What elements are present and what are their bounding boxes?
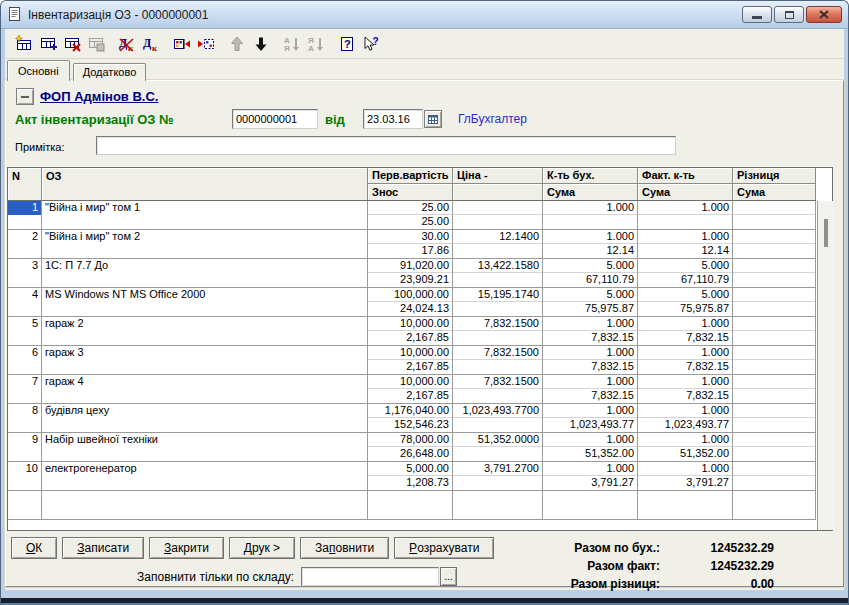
- table-row[interactable]: 5 гараж 2 10,000.002,167.85 7,832.1500 1…: [8, 317, 816, 346]
- table-row[interactable]: 1 "Війна і мир" том 1 25.0025.00 1.000 1…: [8, 201, 816, 230]
- save-row-button: [84, 33, 108, 56]
- cell-kt-bukh: 1.0007,832.15: [543, 346, 638, 374]
- cell-riznytsia: [733, 375, 816, 403]
- cell-asset-name: 1С: П 7.7 До: [42, 259, 368, 287]
- cell-perv-vartist: 10,000.002,167.85: [368, 317, 453, 345]
- cell-kt-bukh: 1.000: [543, 201, 638, 229]
- calendar-button[interactable]: [424, 110, 442, 128]
- help-button[interactable]: ?: [335, 33, 359, 56]
- cell-riznytsia: [733, 230, 816, 258]
- dash-icon: [21, 96, 29, 98]
- cell-asset-name: будівля цеху: [42, 404, 368, 432]
- select-position-icon: [197, 35, 215, 53]
- close-form-button[interactable]: Закрити: [149, 537, 224, 559]
- document-icon: [7, 6, 22, 24]
- totals-block: Разом по бух.: 1245232.29 Разом факт: 12…: [446, 539, 774, 593]
- cell-perv-vartist: 30.0017.86: [368, 230, 453, 258]
- cell-fakt-kt: 1.00051,352.00: [638, 433, 733, 461]
- cell-asset-name: Набір швейної техніки: [42, 433, 368, 461]
- print-button[interactable]: Друк >: [229, 537, 295, 559]
- fill-button[interactable]: Заповнити: [300, 537, 389, 559]
- table-filler: [8, 520, 816, 530]
- accountant-role-link[interactable]: ГлБухгалтер: [458, 112, 527, 126]
- table-row[interactable]: 3 1С: П 7.7 До 91,020.0023,909.21 13,422…: [8, 259, 816, 288]
- save-button[interactable]: Записати: [62, 537, 144, 559]
- sort-ascending-button: А Я: [280, 33, 304, 56]
- scrollbar-thumb[interactable]: [824, 219, 828, 247]
- goto-position-icon: [173, 35, 191, 53]
- cell-tsina: [453, 201, 543, 229]
- goto-position-button[interactable]: [170, 33, 194, 56]
- dk-off-button[interactable]: Д к: [115, 33, 139, 56]
- select-position-button[interactable]: [194, 33, 218, 56]
- empty-row[interactable]: [8, 491, 816, 520]
- titlebar: Інвентаризація ОЗ - 0000000001: [1, 1, 848, 29]
- cell-asset-name: гараж 2: [42, 317, 368, 345]
- move-down-button[interactable]: [249, 33, 273, 56]
- window-title: Інвентаризація ОЗ - 0000000001: [28, 8, 742, 22]
- table-row[interactable]: 9 Набір швейної техніки 78,000.0026,648.…: [8, 433, 816, 462]
- context-help-button[interactable]: ?: [359, 33, 383, 56]
- tab-osnovni[interactable]: Основні: [7, 60, 70, 81]
- warehouse-input[interactable]: [301, 567, 439, 586]
- cell-row-number: 5: [8, 317, 42, 345]
- action-buttons: ОК Записати Закрити Друк > Заповнити Роз…: [11, 537, 494, 559]
- delete-row-icon: [63, 35, 81, 53]
- vertical-scrollbar[interactable]: [817, 201, 834, 530]
- window-controls: [742, 6, 842, 23]
- client-area: Д к Д к: [5, 29, 844, 590]
- date-input[interactable]: [363, 109, 423, 129]
- org-select-button[interactable]: [16, 88, 34, 105]
- svg-text:Я: Я: [284, 44, 290, 53]
- cell-kt-bukh: 1.00012.14: [543, 230, 638, 258]
- cell-riznytsia: [733, 201, 816, 229]
- column-header-oz: ОЗ: [42, 168, 368, 200]
- cell-tsina: 1,023,493.7700: [453, 404, 543, 432]
- column-header-n: N: [8, 168, 42, 200]
- copy-row-button[interactable]: [36, 33, 60, 56]
- column-header-riznytsia: Різниця Сума: [733, 168, 816, 200]
- toolbar: Д к Д к: [5, 30, 844, 59]
- cell-tsina: 51,352.0000: [453, 433, 543, 461]
- dk-on-icon: Д к: [142, 35, 160, 53]
- minimize-icon: [752, 16, 762, 19]
- table-row[interactable]: 2 "Війна і мир" том 2 30.0017.86 12.1400…: [8, 230, 816, 259]
- tab-panel: ФОП Адмінов В.С. Акт інвентаризації ОЗ №…: [5, 80, 844, 587]
- org-link[interactable]: ФОП Адмінов В.С.: [40, 89, 158, 104]
- column-header-fakt-kt: Факт. к-ть Сума: [638, 168, 733, 200]
- new-row-button[interactable]: [12, 33, 36, 56]
- cell-fakt-kt: 1.00012.14: [638, 230, 733, 258]
- delete-row-button[interactable]: [60, 33, 84, 56]
- ok-button[interactable]: ОК: [11, 537, 57, 559]
- cell-row-number: 10: [8, 462, 42, 490]
- maximize-button[interactable]: [774, 6, 804, 23]
- cell-tsina: 7,832.1500: [453, 346, 543, 374]
- calendar-icon: [427, 113, 439, 125]
- assets-table: N ОЗ Перв.вартість Знос Ціна -: [7, 167, 833, 531]
- table-row[interactable]: 6 гараж 3 10,000.002,167.85 7,832.1500 1…: [8, 346, 816, 375]
- dk-off-icon: Д к: [118, 35, 136, 53]
- table-header: N ОЗ Перв.вартість Знос Ціна -: [8, 168, 816, 201]
- cell-asset-name: "Війна і мир" том 2: [42, 230, 368, 258]
- cell-riznytsia: [733, 462, 816, 490]
- table-row[interactable]: 7 гараж 4 10,000.002,167.85 7,832.1500 1…: [8, 375, 816, 404]
- cell-perv-vartist: 1,176,040.00152,546.23: [368, 404, 453, 432]
- table-row[interactable]: 4 MS Windows NT MS Office 2000 100,000.0…: [8, 288, 816, 317]
- cell-tsina: 13,422.1580: [453, 259, 543, 287]
- total-bukh-label: Разом по бух.:: [446, 541, 660, 555]
- table-body: 1 "Війна і мир" том 1 25.0025.00 1.000 1…: [8, 201, 834, 530]
- cell-row-number: 2: [8, 230, 42, 258]
- act-number-input[interactable]: [232, 109, 318, 129]
- table-row[interactable]: 8 будівля цеху 1,176,040.00152,546.23 1,…: [8, 404, 816, 433]
- cell-asset-name: гараж 4: [42, 375, 368, 403]
- note-input[interactable]: [96, 136, 676, 155]
- cell-tsina: 12.1400: [453, 230, 543, 258]
- dk-on-button[interactable]: Д к: [139, 33, 163, 56]
- close-button[interactable]: [806, 6, 842, 23]
- tab-dodatkovo[interactable]: Додатково: [73, 63, 147, 81]
- close-icon: [819, 10, 829, 19]
- cell-asset-name: MS Windows NT MS Office 2000: [42, 288, 368, 316]
- table-row[interactable]: 10 електрогенератор 5,000.001,208.73 3,7…: [8, 462, 816, 491]
- minimize-button[interactable]: [742, 6, 772, 23]
- cell-perv-vartist: 10,000.002,167.85: [368, 346, 453, 374]
